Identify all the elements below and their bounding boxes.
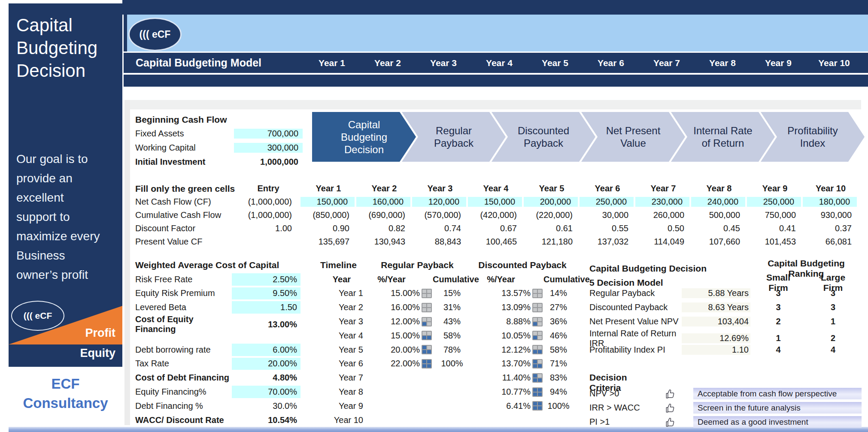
table-year-header: Year 7 <box>635 184 691 193</box>
discounted-pct-value: 10.77% <box>471 387 531 397</box>
year-value: 0.55 <box>580 224 635 233</box>
quarter-progress-icon <box>532 303 543 312</box>
sidebar-title: Capital Budgeting Decision <box>16 14 113 82</box>
year-value: 750,000 <box>747 210 803 220</box>
wacc-section: Weighted Average Cost of Capital Risk Fr… <box>135 258 300 427</box>
wacc-value-cell[interactable]: 1.50 <box>232 300 300 314</box>
wacc-value-cell[interactable]: 9.50% <box>232 287 300 301</box>
process-step-chevron[interactable]: Regular Payback <box>402 112 506 162</box>
discounted-pct-value: 11.40% <box>471 373 531 383</box>
process-step-chevron[interactable]: Discounted Payback <box>492 112 595 162</box>
quarter-progress-icon <box>422 345 432 354</box>
decision-metric-label: Discounted Payback <box>589 302 682 312</box>
payback-year-label: Year 9 <box>320 401 363 411</box>
wacc-value-cell[interactable]: 70.00% <box>232 385 300 399</box>
row-label: Working Capital <box>135 143 234 153</box>
year-value[interactable]: 150,000 <box>300 196 356 208</box>
year-column-header: Year 7 <box>639 58 695 68</box>
table-year-header: Year 2 <box>356 184 412 193</box>
year-value: (220,000) <box>524 210 580 220</box>
wacc-value-cell <box>232 329 300 343</box>
decision-model-row: Profitability Index PI 1.10 4 4 <box>589 343 856 357</box>
year-value: 137,032 <box>580 237 635 247</box>
year-value: 0.74 <box>412 224 468 233</box>
year-value[interactable]: 160,000 <box>356 196 412 208</box>
row-value-cell[interactable]: 300,000 <box>234 142 303 154</box>
decision-criteria-row: IRR > WACC Screen in the future analysis <box>589 401 862 415</box>
mission-line: excellent <box>16 188 119 207</box>
year-value: 30,000 <box>580 210 635 220</box>
quarter-progress-icon <box>532 373 543 383</box>
quarter-progress-icon <box>532 317 543 326</box>
process-step-chevron[interactable]: Profitability Index <box>761 112 865 162</box>
payback-row: Year 8 10.77% 94% <box>320 385 574 399</box>
year-value: (420,000) <box>468 210 524 220</box>
header-empty-band <box>124 75 868 87</box>
year-value[interactable]: 180,000 <box>803 196 859 208</box>
discounted-cumulative-value: 46% <box>543 331 574 341</box>
year-column-header: Year 5 <box>527 58 583 68</box>
process-steps: Capital Budgeting Decision Regular Payba… <box>312 112 868 162</box>
year-value[interactable]: 230,000 <box>635 196 691 208</box>
panel-top-gutter <box>124 100 861 109</box>
quarter-progress-icon <box>422 331 432 340</box>
wacc-value-cell[interactable]: 2.50% <box>232 272 300 287</box>
decision-model-row: Net Present Value NPV 103,404 2 1 <box>589 314 856 329</box>
wacc-label: Debt Financing % <box>135 401 232 411</box>
process-step-chevron[interactable]: Capital Budgeting Decision <box>312 112 416 162</box>
discounted-cumulative-value: 94% <box>543 387 574 397</box>
payback-row: Year 6 22.00% 100% 13.70% 71% <box>320 357 574 371</box>
year-column-header: Year 3 <box>416 58 471 68</box>
decision-criteria-row: PI >1 Deemed as a good investment <box>589 415 862 429</box>
payback-group-header-row: Timeline Regular Payback Discounted Payb… <box>320 258 574 272</box>
year-column-header: Year 6 <box>583 58 639 68</box>
decision-metric-value: 5.88 Years <box>682 288 750 298</box>
year-value: 930,000 <box>803 210 859 220</box>
quarter-progress-icon <box>532 387 543 397</box>
quarter-progress-icon <box>422 359 432 369</box>
payback-year-label: Year 8 <box>320 387 363 397</box>
row-label: Present Value CF <box>129 237 236 247</box>
timeline-header: Timeline <box>320 260 363 270</box>
quarter-progress-icon <box>422 303 432 312</box>
cumulative-subheader: Cumulative <box>543 275 574 284</box>
year-value: (570,000) <box>412 210 468 220</box>
process-step-chevron[interactable]: Net Present Value <box>581 112 685 162</box>
year-value[interactable]: 240,000 <box>691 196 747 208</box>
cash-flow-row: Cumulative Cash Flow (1,000,000) (850,00… <box>129 208 859 222</box>
process-step-label: Internal Rate of Return <box>688 124 758 149</box>
wacc-value-cell[interactable]: 6.00% <box>232 343 300 357</box>
year-value[interactable]: 250,000 <box>747 196 803 208</box>
mission-line: support to <box>16 207 119 227</box>
year-value: 0.45 <box>691 224 747 233</box>
regular-pct-value: 15.00% <box>363 331 420 341</box>
payback-year-label: Year 1 <box>320 288 363 298</box>
payback-year-label: Year 10 <box>320 415 363 425</box>
row-value-cell[interactable]: 700,000 <box>234 128 303 139</box>
year-value[interactable]: 150,000 <box>468 196 524 208</box>
year-value[interactable]: 200,000 <box>524 196 580 208</box>
payback-year-label: Year 5 <box>320 345 363 355</box>
year-value[interactable]: 120,000 <box>412 196 468 208</box>
table-year-header: Year 9 <box>747 184 803 193</box>
wacc-row: Levered Beta 1.50 <box>135 300 300 314</box>
year-value: 0.37 <box>803 224 859 233</box>
discounted-cumulative-value: 71% <box>543 359 574 369</box>
wacc-value-cell[interactable]: 20.00% <box>232 357 300 371</box>
table-year-header: Year 4 <box>468 184 524 193</box>
wacc-value-cell: 10.54% <box>232 413 300 427</box>
year-value[interactable]: 250,000 <box>580 196 635 208</box>
discounted-cumulative-value: 58% <box>543 345 574 355</box>
discounted-cumulative-value: 100% <box>543 401 574 411</box>
mission-line: Our goal is to <box>16 149 119 169</box>
year-value: 66,081 <box>803 237 859 247</box>
mission-line: Business <box>16 246 119 265</box>
criteria-result-bar: Acceptable from cash flow perspective <box>693 388 862 399</box>
year-column-header: Year 4 <box>471 58 527 68</box>
year-value: 0.67 <box>468 224 524 233</box>
discounted-cumulative-value: 83% <box>543 373 574 383</box>
process-step-label: Net Present Value <box>598 124 668 149</box>
pct-subheader: %/Year <box>471 275 531 284</box>
process-step-chevron[interactable]: Internal Rate of Return <box>671 112 775 162</box>
regular-pct-value: 16.00% <box>363 302 420 312</box>
